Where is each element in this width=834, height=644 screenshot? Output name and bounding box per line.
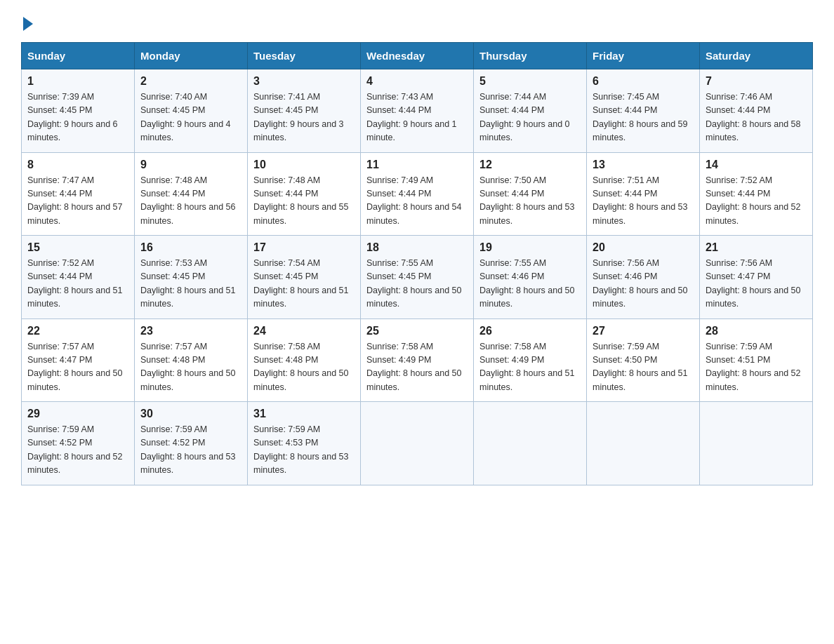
weekday-header-sunday: Sunday xyxy=(22,43,135,69)
calendar-day-cell: 2 Sunrise: 7:40 AM Sunset: 4:45 PM Dayli… xyxy=(135,69,248,153)
day-info: Sunrise: 7:55 AM Sunset: 4:46 PM Dayligh… xyxy=(479,257,581,311)
daylight-label: Daylight: 8 hours and 50 minutes. xyxy=(253,368,349,391)
calendar-day-cell: 25 Sunrise: 7:58 AM Sunset: 4:49 PM Dayl… xyxy=(361,318,474,402)
day-info: Sunrise: 7:58 AM Sunset: 4:49 PM Dayligh… xyxy=(479,340,581,395)
day-number: 24 xyxy=(253,325,355,337)
sunset-label: Sunset: 4:50 PM xyxy=(593,355,657,365)
day-info: Sunrise: 7:48 AM Sunset: 4:44 PM Dayligh… xyxy=(253,174,355,229)
day-number: 5 xyxy=(479,75,581,88)
sunrise-label: Sunrise: 7:59 AM xyxy=(140,424,207,434)
daylight-label: Daylight: 8 hours and 53 minutes. xyxy=(140,452,236,475)
calendar-day-cell: 8 Sunrise: 7:47 AM Sunset: 4:44 PM Dayli… xyxy=(22,152,135,236)
calendar-day-cell: 26 Sunrise: 7:58 AM Sunset: 4:49 PM Dayl… xyxy=(474,318,587,402)
daylight-label: Daylight: 9 hours and 1 minute. xyxy=(366,119,457,142)
day-info: Sunrise: 7:46 AM Sunset: 4:44 PM Dayligh… xyxy=(706,90,807,145)
day-info: Sunrise: 7:59 AM Sunset: 4:53 PM Dayligh… xyxy=(253,423,355,478)
sunrise-label: Sunrise: 7:43 AM xyxy=(366,92,433,102)
day-number: 2 xyxy=(140,75,241,88)
daylight-label: Daylight: 8 hours and 52 minutes. xyxy=(706,202,801,225)
calendar-day-cell xyxy=(700,402,813,485)
day-info: Sunrise: 7:57 AM Sunset: 4:48 PM Dayligh… xyxy=(140,340,241,395)
day-number: 1 xyxy=(27,75,128,88)
day-number: 31 xyxy=(253,408,355,420)
calendar-day-cell: 1 Sunrise: 7:39 AM Sunset: 4:45 PM Dayli… xyxy=(22,69,135,153)
day-info: Sunrise: 7:59 AM Sunset: 4:52 PM Dayligh… xyxy=(140,423,241,478)
daylight-label: Daylight: 8 hours and 55 minutes. xyxy=(253,202,349,225)
sunset-label: Sunset: 4:53 PM xyxy=(253,438,318,448)
sunset-label: Sunset: 4:52 PM xyxy=(27,438,92,448)
daylight-label: Daylight: 8 hours and 53 minutes. xyxy=(479,202,575,225)
day-info: Sunrise: 7:58 AM Sunset: 4:48 PM Dayligh… xyxy=(253,340,355,395)
sunset-label: Sunset: 4:44 PM xyxy=(366,105,431,115)
weekday-header-wednesday: Wednesday xyxy=(361,43,474,69)
sunset-label: Sunset: 4:47 PM xyxy=(27,355,92,365)
day-info: Sunrise: 7:52 AM Sunset: 4:44 PM Dayligh… xyxy=(27,257,128,311)
weekday-header-tuesday: Tuesday xyxy=(248,43,361,69)
day-number: 6 xyxy=(593,75,694,88)
calendar-day-cell: 29 Sunrise: 7:59 AM Sunset: 4:52 PM Dayl… xyxy=(22,402,135,485)
day-info: Sunrise: 7:58 AM Sunset: 4:49 PM Dayligh… xyxy=(366,340,468,395)
calendar-day-cell: 11 Sunrise: 7:49 AM Sunset: 4:44 PM Dayl… xyxy=(361,152,474,236)
day-number: 27 xyxy=(593,325,694,337)
calendar-day-cell: 22 Sunrise: 7:57 AM Sunset: 4:47 PM Dayl… xyxy=(22,318,135,402)
day-info: Sunrise: 7:40 AM Sunset: 4:45 PM Dayligh… xyxy=(140,90,241,145)
sunset-label: Sunset: 4:44 PM xyxy=(479,105,544,115)
daylight-label: Daylight: 9 hours and 3 minutes. xyxy=(253,119,344,142)
calendar-day-cell xyxy=(587,402,700,485)
sunset-label: Sunset: 4:46 PM xyxy=(593,271,657,281)
sunset-label: Sunset: 4:49 PM xyxy=(479,355,544,365)
daylight-label: Daylight: 8 hours and 50 minutes. xyxy=(593,286,688,309)
calendar-day-cell: 6 Sunrise: 7:45 AM Sunset: 4:44 PM Dayli… xyxy=(587,69,700,153)
weekday-header-monday: Monday xyxy=(135,43,248,69)
sunrise-label: Sunrise: 7:56 AM xyxy=(593,258,659,268)
calendar-day-cell: 13 Sunrise: 7:51 AM Sunset: 4:44 PM Dayl… xyxy=(587,152,700,236)
sunset-label: Sunset: 4:44 PM xyxy=(366,189,431,199)
calendar-week-row: 15 Sunrise: 7:52 AM Sunset: 4:44 PM Dayl… xyxy=(22,236,813,319)
day-number: 20 xyxy=(593,241,694,254)
calendar-day-cell xyxy=(474,402,587,485)
daylight-label: Daylight: 8 hours and 50 minutes. xyxy=(27,368,123,391)
day-number: 22 xyxy=(27,325,128,337)
day-number: 8 xyxy=(27,159,128,171)
sunset-label: Sunset: 4:45 PM xyxy=(27,105,92,115)
sunrise-label: Sunrise: 7:55 AM xyxy=(366,258,433,268)
header xyxy=(21,14,813,28)
sunset-label: Sunset: 4:45 PM xyxy=(366,271,431,281)
calendar-day-cell: 12 Sunrise: 7:50 AM Sunset: 4:44 PM Dayl… xyxy=(474,152,587,236)
day-number: 13 xyxy=(593,159,694,171)
daylight-label: Daylight: 8 hours and 54 minutes. xyxy=(366,202,462,225)
sunrise-label: Sunrise: 7:59 AM xyxy=(706,342,772,351)
sunset-label: Sunset: 4:52 PM xyxy=(140,438,205,448)
sunrise-label: Sunrise: 7:52 AM xyxy=(706,175,772,185)
calendar-day-cell: 7 Sunrise: 7:46 AM Sunset: 4:44 PM Dayli… xyxy=(700,69,813,153)
day-number: 29 xyxy=(27,408,128,420)
sunset-label: Sunset: 4:44 PM xyxy=(593,105,657,115)
day-number: 15 xyxy=(27,241,128,254)
daylight-label: Daylight: 8 hours and 59 minutes. xyxy=(593,119,688,142)
calendar-day-cell: 21 Sunrise: 7:56 AM Sunset: 4:47 PM Dayl… xyxy=(700,236,813,319)
weekday-header-friday: Friday xyxy=(587,43,700,69)
calendar-week-row: 29 Sunrise: 7:59 AM Sunset: 4:52 PM Dayl… xyxy=(22,402,813,485)
daylight-label: Daylight: 8 hours and 53 minutes. xyxy=(253,452,349,475)
day-number: 21 xyxy=(706,241,807,254)
day-number: 9 xyxy=(140,159,241,171)
calendar-week-row: 1 Sunrise: 7:39 AM Sunset: 4:45 PM Dayli… xyxy=(22,69,813,153)
calendar-day-cell: 14 Sunrise: 7:52 AM Sunset: 4:44 PM Dayl… xyxy=(700,152,813,236)
day-number: 28 xyxy=(706,325,807,337)
calendar-day-cell xyxy=(361,402,474,485)
daylight-label: Daylight: 8 hours and 51 minutes. xyxy=(253,286,349,309)
daylight-label: Daylight: 8 hours and 50 minutes. xyxy=(140,368,236,391)
sunrise-label: Sunrise: 7:57 AM xyxy=(27,342,94,351)
sunrise-label: Sunrise: 7:47 AM xyxy=(27,175,94,185)
daylight-label: Daylight: 8 hours and 50 minutes. xyxy=(706,286,801,309)
daylight-label: Daylight: 8 hours and 53 minutes. xyxy=(593,202,688,225)
sunrise-label: Sunrise: 7:52 AM xyxy=(27,258,94,268)
day-info: Sunrise: 7:59 AM Sunset: 4:51 PM Dayligh… xyxy=(706,340,807,395)
sunrise-label: Sunrise: 7:40 AM xyxy=(140,92,207,102)
day-info: Sunrise: 7:56 AM Sunset: 4:46 PM Dayligh… xyxy=(593,257,694,311)
logo-arrow-icon xyxy=(23,17,33,31)
day-number: 3 xyxy=(253,75,355,88)
calendar-day-cell: 20 Sunrise: 7:56 AM Sunset: 4:46 PM Dayl… xyxy=(587,236,700,319)
day-number: 17 xyxy=(253,241,355,254)
day-number: 19 xyxy=(479,241,581,254)
